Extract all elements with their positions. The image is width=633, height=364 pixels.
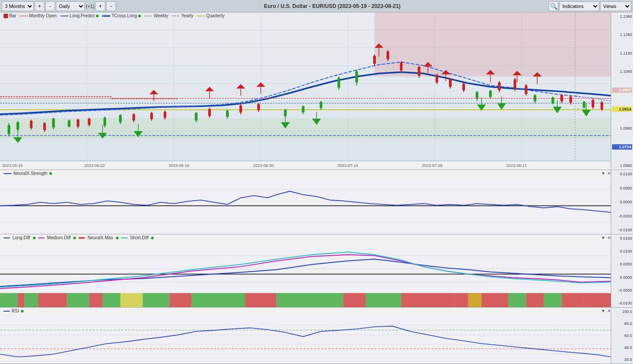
- ns-0100: 0.0100: [612, 172, 632, 176]
- rsi-close-btn[interactable]: ✕: [607, 309, 611, 313]
- svg-rect-54: [476, 92, 478, 99]
- main-legend: Bar Monthly Open Long.Predict TCross.Lon…: [4, 13, 224, 18]
- legend-tcross-long-label: TCross.Long: [111, 13, 137, 18]
- legend-quarterly: Quarterly: [197, 13, 224, 18]
- time-label-0: 2023-05-19: [2, 163, 23, 168]
- d-n0050: -0.0050: [612, 288, 632, 293]
- svg-rect-102: [525, 86, 527, 94]
- svg-rect-21: [374, 12, 611, 77]
- views-select[interactable]: Views: [600, 1, 631, 11]
- svg-rect-88: [400, 63, 402, 71]
- tcross-long-dot: [138, 15, 141, 17]
- diff-price-scale: 0.0150 0.0100 0.0050 0.0000 -0.0050 -0.0…: [611, 234, 633, 307]
- rsi-price-scale: 100.0 80.0 60.0 40.0 20.0: [611, 308, 633, 364]
- period-decrement-btn[interactable]: -: [45, 1, 55, 11]
- svg-rect-84: [373, 56, 376, 64]
- svg-rect-90: [418, 67, 420, 76]
- svg-rect-32: [52, 119, 55, 127]
- price-current-yellow: 1.0914: [612, 107, 632, 112]
- chart-title: Euro / U.S. Dollar - EUR/USD (2023-05-19…: [117, 3, 548, 9]
- neural-strength-panel: NeuralX.Strength ▼ ✕ 0.0100 0.0050 0.000…: [0, 170, 633, 234]
- main-time-axis: 2023-05-19 2023-06-02 2023-06-16 2023-06…: [0, 161, 611, 170]
- legend-quarterly-label: Quarterly: [206, 13, 224, 18]
- diff-panel: Long.Diff Medium.Diff NeuralX.Max Short.…: [0, 234, 633, 308]
- diff-close-btn[interactable]: ✕: [607, 235, 611, 240]
- legend-tcross-long: TCross.Long: [102, 13, 141, 18]
- svg-rect-96: [462, 84, 465, 91]
- rsi-label: RSI: [4, 309, 24, 313]
- svg-rect-94: [449, 79, 452, 87]
- neural-price-scale: 0.0100 0.0050 0.0000 -0.0050 -0.0100: [611, 170, 633, 234]
- step-plus-btn[interactable]: +: [96, 1, 105, 11]
- neural-label: NeuralX.Strength: [4, 171, 52, 176]
- svg-rect-34: [68, 120, 71, 127]
- svg-rect-185: [468, 293, 482, 307]
- svg-rect-66: [43, 123, 46, 130]
- step-label: (+1): [86, 4, 95, 9]
- ns-n0100: -0.0100: [612, 228, 632, 232]
- main-chart-panel: Bar Monthly Open Long.Predict TCross.Lon…: [0, 12, 633, 170]
- long-diff-dot: [33, 237, 36, 239]
- svg-rect-52: [355, 71, 358, 83]
- long-predict-dot: [96, 15, 99, 17]
- time-label-6: 2023-08-11: [506, 163, 527, 168]
- neuralx-max-dot: [116, 237, 119, 239]
- neural-dot: [49, 172, 52, 175]
- svg-rect-162: [0, 293, 18, 307]
- diff-collapse-btn[interactable]: ▼: [601, 235, 605, 240]
- main-chart-svg: [0, 12, 611, 161]
- svg-rect-163: [24, 293, 38, 307]
- svg-rect-68: [77, 119, 80, 127]
- d-0050: 0.0050: [612, 262, 632, 266]
- step-minus-btn[interactable]: -: [106, 1, 116, 11]
- period-select[interactable]: 3 Months 1 Month 6 Months 1 Year: [2, 1, 34, 11]
- neural-collapse-btn[interactable]: ▼: [601, 171, 605, 176]
- svg-rect-169: [366, 293, 401, 307]
- svg-rect-42: [226, 111, 229, 117]
- legend-weekly: Weekly: [144, 13, 168, 18]
- svg-rect-170: [508, 293, 526, 307]
- indicators-select[interactable]: Indicators: [559, 1, 599, 11]
- diff-label: Long.Diff Medium.Diff NeuralX.Max Short.…: [4, 235, 154, 240]
- svg-rect-166: [143, 293, 169, 307]
- neural-title: NeuralX.Strength: [13, 171, 48, 176]
- svg-rect-98: [498, 83, 501, 91]
- legend-long-predict-label: Long.Predict: [70, 13, 95, 18]
- charts-container: Bar Monthly Open Long.Predict TCross.Lon…: [0, 12, 633, 364]
- svg-rect-78: [208, 109, 211, 116]
- svg-rect-72: [132, 114, 135, 120]
- svg-rect-76: [163, 111, 166, 118]
- svg-rect-62: [583, 102, 585, 107]
- svg-rect-100: [514, 79, 516, 89]
- svg-rect-46: [302, 106, 304, 112]
- svg-rect-92: [436, 75, 438, 83]
- svg-rect-64: [30, 121, 32, 128]
- rsi-panel: RSI ▼ ✕ 100.0 80.0 60.0 40.0 2: [0, 308, 633, 364]
- neural-close-btn[interactable]: ✕: [607, 171, 611, 176]
- svg-rect-108: [592, 100, 594, 107]
- svg-rect-82: [257, 104, 260, 110]
- svg-rect-74: [150, 113, 153, 119]
- search-btn[interactable]: 🔍: [549, 1, 558, 11]
- d-0150: 0.0150: [612, 236, 632, 241]
- long-diff-label: Long.Diff: [12, 235, 30, 240]
- svg-rect-168: [276, 293, 343, 307]
- price-current-red: 1.0907: [612, 87, 632, 93]
- rsi-80: 80.0: [612, 321, 632, 326]
- rsi-100: 100.0: [612, 309, 632, 314]
- short-diff-dot: [151, 237, 154, 239]
- svg-rect-28: [8, 125, 10, 134]
- svg-rect-70: [88, 119, 91, 125]
- toolbar: 3 Months 1 Month 6 Months 1 Year + - Dai…: [0, 0, 633, 12]
- main-price-scale: 1.1360 1.1260 1.1160 1.1060 1.0907 1.091…: [611, 12, 633, 170]
- interval-select[interactable]: Daily Weekly Monthly: [56, 1, 85, 11]
- svg-rect-40: [195, 113, 198, 120]
- svg-rect-165: [103, 293, 120, 307]
- d-0000: 0.0000: [612, 275, 632, 280]
- time-label-4: 2023-07-14: [338, 163, 358, 168]
- svg-rect-181: [526, 293, 544, 307]
- period-increment-btn[interactable]: +: [35, 1, 44, 11]
- rsi-collapse-btn[interactable]: ▼: [601, 309, 605, 313]
- svg-rect-110: [601, 102, 603, 109]
- svg-rect-86: [386, 51, 389, 59]
